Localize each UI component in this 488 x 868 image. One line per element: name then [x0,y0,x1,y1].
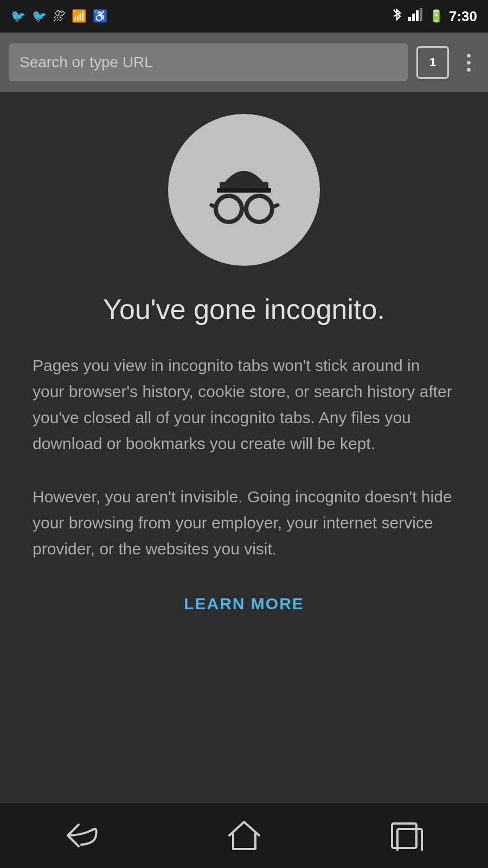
signal-icon: 📶 [72,9,86,23]
time-display: 7:30 [449,8,477,25]
status-bar-left: 🐦 🐦 ⛈ 📶 ♿ [11,9,107,23]
bluetooth-icon [391,7,403,25]
recents-button[interactable] [380,814,434,857]
svg-rect-11 [392,824,416,848]
svg-rect-5 [217,188,271,193]
main-content: You've gone incognito. Pages you view in… [0,92,488,803]
svg-point-6 [216,196,242,222]
svg-rect-1 [412,14,415,21]
tab-count-label: 1 [429,55,436,69]
menu-dot-1 [467,54,471,58]
home-icon [227,819,262,852]
back-icon [62,822,100,849]
svg-rect-3 [420,8,422,21]
menu-dot-3 [467,68,471,72]
incognito-icon-circle [168,114,320,266]
recents-icon [389,821,425,851]
status-bar: 🐦 🐦 ⛈ 📶 ♿ 🔋 7:30 [0,0,488,33]
learn-more-button[interactable]: LEARN MORE [184,595,304,613]
svg-rect-2 [416,10,419,21]
menu-dot-2 [467,61,471,65]
svg-rect-0 [408,17,411,21]
tab-count-button[interactable]: 1 [416,46,449,79]
twitter-icon-1: 🐦 [11,9,25,23]
status-bar-right: 🔋 7:30 [391,7,477,25]
address-bar: Search or type URL 1 [0,33,488,92]
home-button[interactable] [217,814,271,857]
signal-bars-icon [408,8,423,24]
svg-point-7 [246,196,272,222]
accessibility-icon: ♿ [93,9,107,23]
search-bar[interactable]: Search or type URL [9,43,408,81]
weather-icon: ⛈ [53,9,65,23]
svg-line-9 [211,205,216,207]
twitter-icon-2: 🐦 [32,9,47,23]
incognito-title: You've gone incognito. [103,293,385,326]
incognito-description-1: Pages you view in incognito tabs won't s… [33,353,455,457]
svg-line-10 [272,205,278,207]
incognito-description-2: However, you aren't invisible. Going inc… [33,484,455,562]
search-placeholder: Search or type URL [20,54,153,71]
battery-icon: 🔋 [429,9,444,23]
incognito-icon [190,136,298,244]
svg-rect-4 [220,182,268,188]
overflow-menu-button[interactable] [458,46,479,79]
back-button[interactable] [54,814,108,857]
nav-bar [0,803,488,868]
